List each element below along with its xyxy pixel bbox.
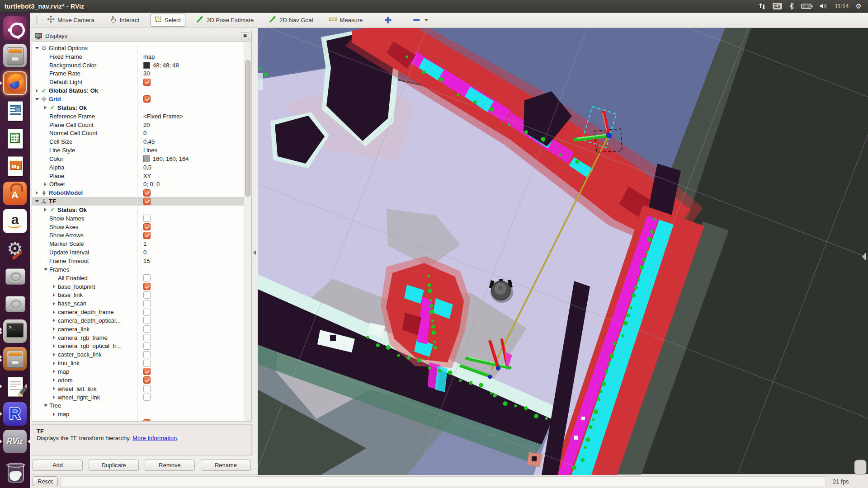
displays-panel-titlebar[interactable]: Displays ✖ — [32, 30, 251, 42]
property-checkbox[interactable] — [143, 385, 151, 392]
tree-row-partial[interactable] — [32, 418, 245, 421]
dock-item-calc[interactable] — [0, 124, 30, 152]
property-value[interactable]: 0,45 — [143, 138, 155, 145]
tree-row-background-color[interactable]: Background Color48; 48; 48 — [32, 61, 245, 70]
tree-row-offset[interactable]: Offset0; 0; 0 — [32, 180, 245, 189]
tree-row-tree[interactable]: Tree — [32, 401, 245, 410]
property-value[interactable]: XY — [143, 173, 151, 179]
expander-right-icon[interactable] — [36, 89, 38, 93]
expander-right-icon[interactable] — [36, 191, 38, 195]
tree-row-update-interval[interactable]: Update Interval0 — [32, 248, 245, 257]
tree-row-cell-size[interactable]: Cell Size0,45 — [32, 137, 245, 146]
tree-row-reference-frame[interactable]: Reference Frame<Fixed Frame> — [32, 112, 245, 121]
more-information-link[interactable]: More Information — [132, 435, 177, 441]
bluetooth-icon[interactable] — [789, 2, 794, 11]
property-checkbox[interactable] — [143, 300, 151, 307]
tree-row-base-link[interactable]: base_link — [32, 291, 245, 299]
dock-item-texteditor[interactable] — [0, 372, 30, 400]
dock-item-dash[interactable] — [0, 14, 30, 42]
tree-row-frame-timeout[interactable]: Frame Timeout15 — [32, 257, 245, 265]
dock-item-rviz[interactable]: RViz — [0, 427, 30, 455]
property-value[interactable]: Lines — [143, 147, 157, 154]
remove-button[interactable]: Remove — [145, 460, 195, 471]
expander-right-icon[interactable] — [53, 361, 55, 365]
property-value[interactable]: 160; 160; 164 — [153, 155, 189, 162]
property-value[interactable]: 0 — [143, 249, 146, 256]
tree-row-show-axes[interactable]: Show Axes — [32, 223, 245, 231]
tree-row-plane[interactable]: PlaneXY — [32, 172, 245, 180]
expander-right-icon[interactable] — [53, 370, 55, 373]
dock-item-filemanager[interactable] — [0, 345, 30, 372]
dock-item-disks2[interactable] — [0, 290, 30, 317]
property-checkbox[interactable] — [143, 283, 151, 290]
property-checkbox[interactable] — [143, 419, 151, 421]
expander-right-icon[interactable] — [44, 183, 47, 186]
tree-row-map[interactable]: map — [32, 367, 245, 376]
expander-right-icon[interactable] — [44, 208, 47, 211]
color-swatch[interactable] — [143, 155, 150, 162]
tree-row-frame-rate[interactable]: Frame Rate30 — [32, 70, 245, 78]
property-checkbox[interactable] — [143, 317, 151, 324]
collapse-panel-icon[interactable] — [253, 250, 256, 255]
property-value[interactable]: 0; 0; 0 — [143, 181, 160, 188]
expander-right-icon[interactable] — [53, 285, 55, 288]
tool-interact[interactable]: Interact — [105, 13, 144, 27]
remove-tool-button[interactable] — [408, 14, 433, 26]
tree-row-wheel-right-link[interactable]: wheel_right_link — [32, 393, 245, 402]
property-checkbox[interactable] — [143, 223, 151, 230]
property-checkbox[interactable] — [143, 232, 151, 239]
viewport-canvas[interactable] — [258, 28, 868, 475]
property-checkbox[interactable] — [143, 198, 151, 205]
tool-move-camera[interactable]: Move Camera — [42, 13, 99, 27]
property-checkbox[interactable] — [143, 95, 151, 103]
right-collapse-icon[interactable] — [862, 253, 866, 261]
expander-right-icon[interactable] — [44, 106, 47, 109]
tree-row-tf[interactable]: TF — [32, 197, 245, 206]
dock-item-amazon[interactable]: a — [0, 207, 30, 235]
property-value[interactable]: 48; 48; 48 — [153, 62, 179, 69]
tree-row-map[interactable]: map — [32, 410, 245, 418]
close-icon[interactable]: ✖ — [241, 32, 249, 40]
property-value[interactable]: <Fixed Frame> — [143, 113, 183, 120]
panel-splitter[interactable] — [252, 28, 258, 474]
expander-right-icon[interactable] — [53, 336, 55, 339]
expander-right-icon[interactable] — [53, 395, 55, 399]
property-checkbox[interactable] — [143, 376, 151, 384]
duplicate-button[interactable]: Duplicate — [89, 460, 139, 471]
add-tool-button[interactable] — [380, 14, 396, 26]
expander-right-icon[interactable] — [53, 327, 55, 331]
property-value[interactable]: 0,5 — [143, 164, 151, 171]
expander-right-icon[interactable] — [53, 310, 55, 314]
dock-item-files[interactable] — [0, 42, 30, 69]
tree-row-base-footprint[interactable]: base_footprint — [32, 282, 245, 291]
tree-row-status-ok[interactable]: ✓Status: Ok — [32, 103, 245, 112]
tree-row-odom[interactable]: odom — [32, 376, 245, 385]
property-value[interactable]: map — [143, 53, 155, 60]
property-checkbox[interactable] — [143, 215, 151, 222]
tree-row-base-scan[interactable]: base_scan — [32, 299, 245, 308]
dock-item-terminal[interactable]: >_ — [0, 317, 30, 345]
expander-right-icon[interactable] — [53, 293, 55, 297]
tree-row-color[interactable]: Color160; 160; 164 — [32, 155, 245, 163]
property-value[interactable]: 20 — [143, 122, 150, 128]
property-checkbox[interactable] — [143, 291, 151, 299]
property-checkbox[interactable] — [143, 334, 151, 341]
rename-button[interactable]: Rename — [201, 460, 251, 471]
tree-row-camera-rgb-frame[interactable]: camera_rgb_frame — [32, 333, 245, 342]
dock-item-disks1[interactable] — [0, 262, 30, 290]
toolbar-grip[interactable] — [35, 15, 39, 24]
tool-2d-pose-estimate[interactable]: 2D Pose Estimate — [192, 13, 258, 27]
tree-row-marker-scale[interactable]: Marker Scale1 — [32, 239, 245, 248]
property-value[interactable]: 30 — [143, 70, 150, 77]
dock-item-writer[interactable] — [0, 97, 30, 124]
property-checkbox[interactable] — [143, 79, 151, 86]
dock-item-impress[interactable] — [0, 152, 30, 179]
expander-down-icon[interactable] — [44, 268, 47, 271]
right-scroll-handle[interactable] — [854, 460, 866, 474]
scrollbar-thumb[interactable] — [245, 60, 250, 197]
tree-row-caster-back-link[interactable]: caster_back_link — [32, 350, 245, 359]
tree-row-default-light[interactable]: Default Light — [32, 78, 245, 86]
dock-item-trash[interactable] — [0, 458, 30, 485]
expander-right-icon[interactable] — [53, 353, 55, 357]
tree-row-camera-rgb-optical-fr-[interactable]: camera_rgb_optical_fr... — [32, 342, 245, 351]
